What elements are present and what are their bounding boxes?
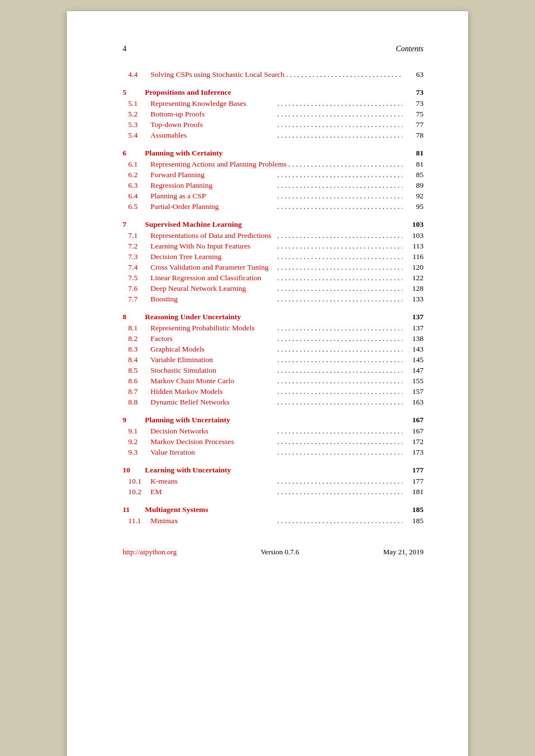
sub-num[interactable]: 8.7: [123, 387, 150, 396]
toc-entry: 11Multiagent Systems185: [123, 505, 424, 514]
footer-url[interactable]: http://aipython.org: [123, 548, 177, 557]
sub-page: 167: [404, 427, 424, 436]
sub-title[interactable]: Representing Knowledge Bases: [150, 99, 276, 108]
sub-num[interactable]: 5.1: [123, 99, 150, 108]
sub-num[interactable]: 10.2: [123, 487, 150, 496]
sub-num[interactable]: 7.4: [123, 263, 150, 272]
toc-entry: 9.1Decision Networks167: [123, 427, 424, 436]
dots: [278, 284, 403, 293]
sub-title[interactable]: Minimax: [150, 516, 276, 525]
chapter-title[interactable]: Multiagent Systems: [145, 505, 404, 514]
sub-title[interactable]: K-means: [150, 477, 276, 486]
sub-title[interactable]: Partial-Order Planning: [150, 202, 276, 211]
sub-title[interactable]: Graphical Models: [150, 345, 276, 354]
chapter-page: 177: [404, 466, 424, 475]
sub-page: 75: [404, 110, 424, 119]
chapter-num[interactable]: 5: [123, 88, 145, 97]
sub-num[interactable]: 10.1: [123, 477, 150, 486]
sub-title[interactable]: Markov Decision Processes: [150, 437, 276, 446]
toc-entry: 5Propositions and Inference73: [123, 88, 424, 97]
chapter-num[interactable]: 10: [123, 466, 145, 475]
sub-num[interactable]: 9.3: [123, 448, 150, 457]
sub-title[interactable]: Planning as a CSP: [150, 192, 276, 201]
sub-title[interactable]: EM: [150, 487, 276, 496]
sub-title[interactable]: Representing Actions and Planning Proble…: [150, 160, 286, 169]
chapter-num[interactable]: 9: [123, 416, 145, 425]
sub-num[interactable]: 8.6: [123, 377, 150, 386]
sub-title[interactable]: Regression Planning: [150, 181, 276, 190]
sub-title[interactable]: Factors: [150, 334, 276, 343]
sub-title[interactable]: Deep Neural Network Learning: [150, 284, 276, 293]
dots: [278, 477, 403, 486]
chapter-page: 73: [404, 88, 424, 97]
sub-title[interactable]: Forward Planning: [150, 170, 276, 179]
sub-num[interactable]: 7.1: [123, 231, 150, 240]
toc-entry: 8.6Markov Chain Monte Carlo155: [123, 377, 424, 386]
sub-title[interactable]: Assumables: [150, 131, 276, 140]
sub-num[interactable]: 5.3: [123, 120, 150, 129]
toc-entry: 8.1Representing Probabilistic Models137: [123, 324, 424, 333]
dots: [278, 427, 403, 436]
sub-num[interactable]: 4.4: [123, 70, 150, 79]
chapter-num[interactable]: 11: [123, 505, 145, 514]
chapter-page: 137: [404, 313, 424, 321]
sub-title[interactable]: Value Iteration: [150, 448, 276, 457]
sub-title[interactable]: Decision Networks: [150, 427, 276, 436]
sub-title[interactable]: Boosting: [150, 295, 276, 304]
footer-date: May 21, 2019: [383, 548, 424, 557]
sub-num[interactable]: 8.3: [123, 345, 150, 354]
chapter-num[interactable]: 6: [123, 149, 145, 158]
sub-title[interactable]: Decision Tree Learning: [150, 252, 276, 261]
sub-title[interactable]: Stochastic Simulation: [150, 366, 276, 375]
sub-num[interactable]: 6.2: [123, 170, 150, 179]
sub-num[interactable]: 8.2: [123, 334, 150, 343]
sub-num[interactable]: 5.4: [123, 131, 150, 140]
sub-title[interactable]: Bottom-up Proofs: [150, 110, 276, 119]
sub-num[interactable]: 7.5: [123, 274, 150, 282]
sub-title[interactable]: Linear Regression and Classification: [150, 274, 276, 282]
sub-num[interactable]: 8.8: [123, 398, 150, 407]
sub-num[interactable]: 6.5: [123, 202, 150, 211]
sub-title[interactable]: Representations of Data and Predictions: [150, 231, 276, 240]
dots: [278, 274, 403, 282]
sub-num[interactable]: 7.2: [123, 242, 150, 251]
sub-num[interactable]: 9.1: [123, 427, 150, 436]
sub-num[interactable]: 5.2: [123, 110, 150, 119]
sub-num[interactable]: 11.1: [123, 516, 150, 525]
sub-page: 143: [404, 345, 424, 354]
dots: [278, 377, 403, 386]
sub-num[interactable]: 6.1: [123, 160, 150, 169]
chapter-title[interactable]: Supervised Machine Learning: [145, 220, 404, 229]
sub-num[interactable]: 6.4: [123, 192, 150, 201]
sub-title[interactable]: Dynamic Belief Networks: [150, 398, 276, 407]
toc-entry: 7.7Boosting133: [123, 295, 424, 304]
sub-num[interactable]: 7.6: [123, 284, 150, 293]
page: 4 Contents 4.4Solving CSPs using Stochas…: [67, 11, 468, 756]
sub-title[interactable]: Hidden Markov Models: [150, 387, 276, 396]
sub-title[interactable]: Cross Validation and Parameter Tuning: [150, 263, 276, 272]
chapter-title[interactable]: Learning with Uncertainty: [145, 466, 404, 475]
sub-num[interactable]: 8.1: [123, 324, 150, 333]
sub-num[interactable]: 6.3: [123, 181, 150, 190]
chapter-title[interactable]: Planning with Certainty: [145, 149, 404, 158]
chapter-num[interactable]: 7: [123, 220, 145, 229]
sub-num[interactable]: 8.5: [123, 366, 150, 375]
sub-num[interactable]: 7.7: [123, 295, 150, 304]
sub-num[interactable]: 8.4: [123, 355, 150, 364]
sub-title[interactable]: Learning With No Input Features: [150, 242, 276, 251]
sub-num[interactable]: 9.2: [123, 437, 150, 446]
chapter-title[interactable]: Reasoning Under Uncertainty: [145, 313, 404, 321]
dots: [278, 202, 403, 211]
toc-entry: 9.2Markov Decision Processes172: [123, 437, 424, 446]
chapter-title[interactable]: Propositions and Inference: [145, 88, 404, 97]
chapter-num[interactable]: 8: [123, 313, 145, 321]
sub-title[interactable]: Solving CSPs using Stochastic Local Sear…: [150, 70, 284, 79]
chapter-title[interactable]: Planning with Uncertainty: [145, 416, 404, 425]
chapter-page: 185: [404, 505, 424, 514]
sub-title[interactable]: Top-down Proofs: [150, 120, 276, 129]
sub-num[interactable]: 7.3: [123, 252, 150, 261]
sub-title[interactable]: Variable Elimination: [150, 355, 276, 364]
sub-page: 128: [404, 284, 424, 293]
sub-title[interactable]: Markov Chain Monte Carlo: [150, 377, 276, 386]
sub-title[interactable]: Representing Probabilistic Models: [150, 324, 276, 333]
